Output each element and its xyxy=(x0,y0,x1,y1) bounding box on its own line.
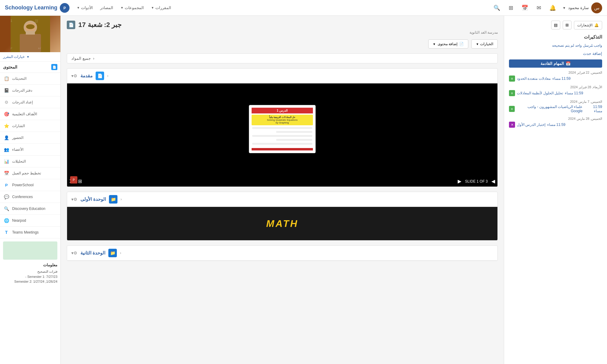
svg-rect-7 xyxy=(26,31,35,35)
sidebar-item-members[interactable]: الأعضاء 👥 xyxy=(0,144,60,156)
info-section: معلومات فترات التصحيح Semester 1: 7/27/2… xyxy=(0,238,60,287)
svg-text:P: P xyxy=(63,6,66,10)
task-icon-assignment: ≡ xyxy=(509,76,515,82)
add-event-link[interactable]: إضافة حدث xyxy=(509,51,602,56)
slide-view-mode-button[interactable]: ⊞ xyxy=(78,178,82,184)
notifications-button[interactable]: 🔔 الإشعارات xyxy=(574,21,602,29)
section-chevron-icon[interactable]: ‹ xyxy=(107,74,108,78)
math-thumbnail: MATH xyxy=(67,207,497,240)
bell-icon[interactable]: 🔔 xyxy=(548,4,557,12)
task-date: الأربعاء, 28 فبراير 2024 xyxy=(509,85,602,89)
slide-eng-title-2: by Graphing xyxy=(253,121,312,124)
slide-line xyxy=(252,127,312,129)
sidebar-item-attendance[interactable]: الحضور 👤 xyxy=(0,132,60,144)
bell-icon: 🔔 xyxy=(594,23,599,27)
section-chevron-icon[interactable]: ‹ xyxy=(120,197,122,201)
svg-text:π²: π² xyxy=(11,47,12,50)
content-section-title: المحتوى xyxy=(3,65,17,69)
badges-icon: ⭐ xyxy=(3,123,10,129)
task-icon-quiz: ✕ xyxy=(509,122,515,128)
sidebar-item-analytics[interactable]: التحليلات 📊 xyxy=(0,156,60,167)
task-date: الخميس, 22 فبراير 2024 xyxy=(509,71,602,75)
svg-text:∫∑: ∫∑ xyxy=(35,19,38,22)
app-name: Schoology Learning xyxy=(5,5,57,11)
sidebar-item-gradebook[interactable]: دفتر الدرجات 📓 xyxy=(0,85,60,96)
section-chevron-icon[interactable]: ‹ xyxy=(120,251,121,255)
search-icon[interactable]: 🔍 xyxy=(493,4,501,12)
pending-reminder-link[interactable]: واجب مُرسل واحد لم يتم تصحيحه xyxy=(509,43,602,48)
options-button[interactable]: الخيارات ▼ xyxy=(471,39,498,49)
section-card-unit2: ‹ 📁 الوحدة الثانية ⚙▾ xyxy=(67,245,498,261)
sidebar-item-badges[interactable]: الشارات ⭐ xyxy=(0,120,60,132)
course-icon: 📄 xyxy=(67,21,75,29)
main-content: جبر 2: شعبة 17 📄 مدرسة الغد الثانوية الخ… xyxy=(61,16,504,364)
sidebar-item-grade-setup[interactable]: إعداد الدرجات ⚙ xyxy=(0,96,60,108)
sidebar-item-conferences[interactable]: Conferences 💬 xyxy=(0,191,60,203)
sidebar-view-toggle[interactable]: ⊞ xyxy=(563,21,571,29)
slide-line-short xyxy=(276,131,312,133)
nav-menu-courses[interactable]: المقررات ▼ xyxy=(151,5,171,10)
mail-icon[interactable]: ✉ xyxy=(534,4,543,12)
nav-menu-groups[interactable]: المجموعات ▼ xyxy=(120,5,144,10)
nav-menu-tools[interactable]: الأدوات ▼ xyxy=(77,5,93,10)
grading-periods-label: فترات التصحيح xyxy=(3,269,57,274)
user-dropdown-icon[interactable]: ▼ xyxy=(562,6,566,10)
add-content-button[interactable]: 📄 إضافة محتوى ▼ xyxy=(428,39,468,49)
slide-line-short xyxy=(276,139,312,141)
apps-icon[interactable]: ⊞ xyxy=(507,4,515,12)
nav-menu-resources[interactable]: المصادر xyxy=(100,5,113,10)
section-title-unit1: الوحدة الأولى xyxy=(80,197,106,202)
top-navigation: س سارة محمود ▼ 🔔 ✉ 📅 ⊞ 🔍 المقررات ▼ المج… xyxy=(0,0,607,16)
chevron-down-icon: ▼ xyxy=(77,6,80,9)
updates-icon: 📋 xyxy=(3,75,10,82)
section-header-unit2: ‹ 📁 الوحدة الثانية ⚙▾ xyxy=(67,246,497,261)
sidebar-item-discovery-education[interactable]: Discovery Education 🔍 xyxy=(0,203,60,215)
calendar-icon: 📅 xyxy=(566,61,571,66)
user-menu[interactable]: س سارة محمود ▼ xyxy=(562,2,602,13)
app-logo: P Schoology Learning xyxy=(5,3,70,13)
conferences-icon: 💬 xyxy=(3,194,10,200)
sidebar-item-learning-objectives[interactable]: الأهداف التعليمية 🎯 xyxy=(0,108,60,120)
task-name-link[interactable]: 11:59 مساء إختبار الدرس الأول ✕ xyxy=(509,122,602,128)
section-card-unit1: ‹ 📁 الوحدة الأولى ⚙▾ MATH xyxy=(67,192,498,241)
section-settings-icon[interactable]: ⚙▾ xyxy=(71,73,77,78)
nav-right: المقررات ▼ المجموعات ▼ المصادر الأدوات ▼… xyxy=(5,3,171,13)
section-settings-icon[interactable]: ⚙▾ xyxy=(71,197,77,202)
slide-bullets xyxy=(252,126,313,146)
task-item: الخميس, 22 فبراير 2024 11:59 مساء معادلا… xyxy=(509,71,602,82)
sidebar-item-teams-meetings[interactable]: Teams Meetings T xyxy=(0,227,60,238)
content-section-toggle[interactable]: 📄 المحتوى xyxy=(0,62,60,73)
slide-prev-button[interactable]: ◀ xyxy=(491,178,495,184)
discovery-icon: 🔍 xyxy=(3,205,10,212)
section-header: ‹ 📄 مقدمة ⚙▾ xyxy=(67,69,497,83)
slide-eng-title: Solving Quadratic Equations xyxy=(253,119,312,121)
task-name-link[interactable]: 11:59 مساء تحليل الحلول لأنظمة المعادلات… xyxy=(509,90,602,96)
slide-controls: P ◀ SLIDE 1 OF 3 ▶ ⊞ ⛶ xyxy=(67,176,497,187)
nearpod-icon: 🌐 xyxy=(3,217,10,224)
sidebar-item-updates[interactable]: التحديثات 📋 xyxy=(0,73,60,85)
gradebook-icon: 📓 xyxy=(3,87,10,94)
course-options-button[interactable]: ▼ خيارات المقرر xyxy=(0,52,60,62)
main-wrapper: 🔔 الإشعارات ⊞ ▤ التذكيرات واجب مُرسل واح… xyxy=(0,16,607,364)
chevron-left-icon[interactable]: ‹ xyxy=(93,56,94,61)
course-image-overlay: 1 2 3 ∫∑ π² √x xyxy=(0,16,60,52)
task-item: الخميس, 28 مارس 2024 11:59 مساء إختبار ا… xyxy=(509,117,602,128)
info-title: معلومات xyxy=(3,263,57,267)
teams-icon: T xyxy=(3,229,10,236)
section-settings-icon[interactable]: ⚙▾ xyxy=(71,251,77,255)
slide-next-button[interactable]: ▶ xyxy=(458,178,461,184)
calendar-icon[interactable]: 📅 xyxy=(521,4,529,12)
task-date: الخميس, 7 مارس 2024 xyxy=(509,100,602,104)
sidebar-item-workload[interactable]: تخطيط حجم العمل 📅 xyxy=(0,167,60,179)
sidebar-item-nearpod[interactable]: Nearpod 🌐 xyxy=(0,215,60,227)
slide-line xyxy=(252,135,312,137)
sidebar-item-powerschool[interactable]: PowerSchool P xyxy=(0,179,60,191)
task-date: الخميس, 28 مارس 2024 xyxy=(509,117,602,121)
slide-background: الدرس 1 حل المعادلات التربيعية بيانياً S… xyxy=(67,83,497,174)
materials-bar: ‹ جميع المواد xyxy=(67,53,498,63)
chevron-down-icon: ▼ xyxy=(26,55,29,59)
task-name-link[interactable]: 11:59 مساء معادلات متعددة الحدود ≡ xyxy=(509,76,602,82)
slide-header: الدرس 1 xyxy=(252,108,313,113)
task-name-link[interactable]: 11:59 مساء علماء الرياضيات المشهورون - و… xyxy=(509,105,602,113)
sidebar-grid-toggle[interactable]: ▤ xyxy=(551,21,560,29)
